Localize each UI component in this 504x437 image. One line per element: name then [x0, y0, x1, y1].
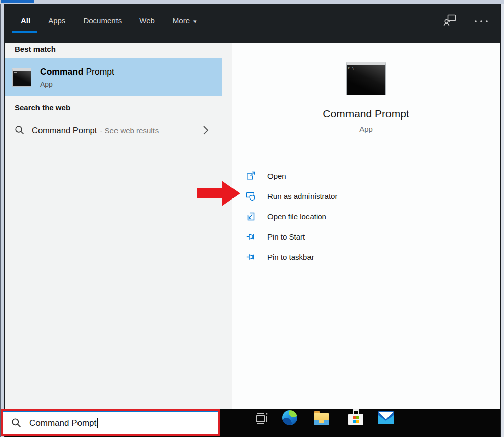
microsoft-store-icon: [348, 409, 363, 425]
best-match-heading: Best match: [15, 45, 56, 53]
preview-subtitle: App: [232, 125, 500, 133]
filter-tabs: All Apps Documents Web More▾: [21, 16, 197, 25]
search-flyout: All Apps Documents Web More▾: [4, 4, 501, 437]
chevron-right-icon[interactable]: [202, 125, 209, 135]
tab-web[interactable]: Web: [139, 16, 155, 25]
pin-icon: [246, 231, 256, 242]
pin-icon: [246, 252, 256, 262]
action-label: Pin to taskbar: [267, 253, 314, 261]
best-match-subtitle: App: [40, 80, 114, 88]
preview-header: C:\_ Command Prompt App: [232, 43, 500, 133]
microsoft-store-button[interactable]: [348, 409, 363, 425]
open-file-location-icon: [246, 211, 256, 221]
context-actions: Open Run as administrator: [232, 166, 500, 267]
file-explorer-icon: [314, 411, 329, 425]
action-label: Open file location: [267, 212, 326, 221]
file-explorer-button[interactable]: [314, 411, 329, 425]
edge-icon: [282, 410, 297, 425]
web-search-result[interactable]: Command Pompt - See web results: [5, 118, 222, 142]
pin-to-taskbar-action[interactable]: Pin to taskbar: [232, 247, 500, 267]
open-icon: [246, 171, 256, 181]
tab-apps[interactable]: Apps: [48, 16, 65, 25]
results-column: Best match Command Prompt App Search the…: [5, 43, 232, 409]
mail-button[interactable]: [378, 411, 394, 424]
ellipsis-icon: [474, 19, 490, 23]
web-result-query: Command Pompt: [32, 126, 97, 135]
run-as-administrator-action[interactable]: Run as administrator: [232, 186, 500, 206]
action-label: Pin to Start: [267, 232, 305, 241]
tab-all[interactable]: All: [21, 16, 30, 25]
preview-panel: C:\_ Command Prompt App Open: [232, 43, 500, 409]
search-input-value: Command Pompt: [29, 418, 96, 428]
background-window-edge-right: [501, 4, 504, 437]
run-as-admin-shield-icon: [246, 191, 256, 201]
background-window-strip: [0, 0, 504, 4]
chevron-down-icon: ▾: [193, 18, 197, 24]
more-options-button[interactable]: [474, 19, 490, 23]
task-view-icon: [255, 412, 269, 426]
open-file-location-action[interactable]: Open file location: [232, 206, 500, 226]
best-match-title: Command Prompt: [40, 67, 114, 77]
preview-title: Command Prompt: [232, 108, 500, 120]
task-view-button[interactable]: [255, 412, 269, 426]
best-match-title-bold: Command: [40, 67, 84, 77]
active-tab-indicator: [12, 31, 37, 33]
open-action[interactable]: Open: [232, 166, 500, 186]
text-cursor: [97, 418, 98, 428]
best-match-title-rest: Prompt: [84, 67, 114, 77]
command-prompt-icon-text: C:\_: [347, 65, 385, 70]
feedback-icon: [443, 13, 457, 27]
search-icon: [15, 125, 25, 135]
search-box-annotation: Command Pompt: [1, 409, 220, 436]
mail-icon: [378, 411, 394, 424]
command-prompt-icon: [12, 68, 31, 87]
feedback-button[interactable]: [443, 13, 457, 27]
background-window-edge-left: [0, 4, 4, 437]
pin-to-start-action[interactable]: Pin to Start: [232, 226, 500, 247]
action-label: Run as administrator: [267, 192, 337, 201]
tab-more-label: More: [173, 16, 190, 25]
divider: [232, 157, 500, 157]
search-header: All Apps Documents Web More▾: [5, 4, 500, 43]
tab-more[interactable]: More▾: [173, 16, 197, 25]
background-tab-indicator: [1, 0, 34, 3]
search-input[interactable]: Command Pompt: [3, 411, 218, 434]
edge-browser-button[interactable]: [282, 410, 297, 425]
best-match-text: Command Prompt App: [40, 67, 114, 88]
search-web-heading: Search the web: [15, 103, 70, 112]
web-result-suffix: - See web results: [100, 126, 159, 135]
action-label: Open: [267, 172, 286, 180]
best-match-result[interactable]: Command Prompt App: [5, 58, 222, 96]
search-icon: [11, 418, 22, 428]
tab-documents[interactable]: Documents: [83, 16, 122, 25]
command-prompt-large-icon: C:\_: [346, 62, 386, 95]
